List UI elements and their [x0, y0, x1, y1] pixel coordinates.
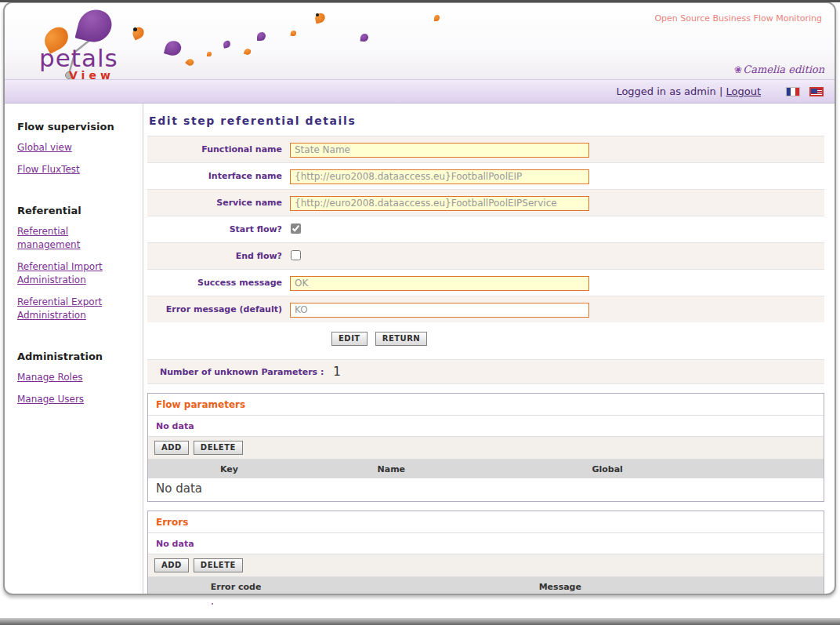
form-row-success-message: Success message	[147, 269, 824, 296]
header: petals View Open Source Business Flow Mo…	[5, 3, 835, 79]
window-bottom-edge	[0, 618, 840, 625]
sidebar-heading-administration: Administration	[17, 351, 143, 362]
flow-parameters-delete-button[interactable]: DELETE	[194, 441, 243, 455]
sidebar-item-flow-fluxtest[interactable]: Flow FluxTest	[17, 163, 130, 176]
petals-view-logo: petals View	[34, 6, 152, 79]
errors-delete-button[interactable]: DELETE	[194, 558, 243, 572]
form-row-end-flow: End flow?	[147, 242, 824, 269]
petal-decoration-icon	[207, 52, 212, 56]
sidebar-item-referential-management[interactable]: Referential management	[17, 225, 130, 252]
petal-decoration-icon	[244, 48, 252, 56]
sidebar-item-referential-import[interactable]: Referential Import Administration	[17, 260, 130, 287]
functional-name-label: Functional name	[147, 144, 290, 154]
edition-label: ❀Camelia edition	[734, 64, 824, 75]
errors-section: Errors No data ADD DELETE Error code Mes…	[147, 511, 824, 595]
column-header-name: Name	[310, 464, 472, 474]
flow-parameters-buttons: ADD DELETE	[148, 437, 824, 460]
error-message-input[interactable]	[290, 303, 589, 318]
form-buttons: EDIT RETURN	[147, 322, 824, 355]
service-name-label: Service name	[147, 198, 290, 208]
edit-button[interactable]: EDIT	[331, 332, 368, 346]
success-message-input[interactable]	[290, 276, 589, 291]
unknown-parameters-label: Number of unknown Parameters :	[147, 367, 324, 377]
errors-table-header: Error code Message	[148, 577, 824, 595]
success-message-label: Success message	[147, 278, 290, 288]
errors-buttons: ADD DELETE	[148, 554, 824, 577]
form-row-start-flow: Start flow?	[147, 216, 824, 242]
petal-decoration-icon	[185, 57, 195, 67]
sidebar-heading-flow-supervision: Flow supervision	[17, 121, 143, 133]
petal-decoration-icon	[360, 34, 369, 42]
logo-brand-text: petals	[39, 44, 118, 72]
petal-decoration-icon	[290, 30, 296, 36]
flow-parameters-nodata: No data	[148, 416, 824, 437]
form-row-error-message: Error message (default)	[147, 296, 824, 322]
error-message-label: Error message (default)	[147, 304, 290, 314]
flow-parameters-title: Flow parameters	[148, 394, 824, 416]
page-title: Edit step referential details	[149, 114, 824, 127]
interface-name-input[interactable]	[290, 169, 589, 184]
petal-dot-icon	[133, 27, 137, 31]
service-name-input[interactable]	[290, 196, 589, 211]
return-button[interactable]: RETURN	[375, 332, 428, 346]
errors-nodata: No data	[148, 533, 824, 554]
app-tagline: Open Source Business Flow Monitoring	[654, 13, 822, 24]
unknown-parameters-row: Number of unknown Parameters : 1	[147, 359, 824, 384]
flow-parameters-add-button[interactable]: ADD	[154, 441, 189, 455]
form-row-functional-name: Functional name	[147, 136, 824, 162]
window-top-edge	[0, 0, 840, 2]
camelia-flower-icon: ❀	[734, 64, 742, 75]
sidebar-heading-referential: Referential	[17, 205, 143, 216]
stray-dot	[212, 603, 213, 605]
sidebar-item-global-view[interactable]: Global view	[17, 141, 130, 154]
form-row-interface-name: Interface name	[147, 162, 824, 189]
column-header-key: Key	[148, 464, 310, 474]
sidebar: Flow supervision Global view Flow FluxTe…	[5, 104, 143, 594]
sidebar-item-manage-roles[interactable]: Manage Roles	[17, 371, 130, 384]
column-header-message: Message	[324, 582, 796, 592]
flow-parameters-empty-row: No data	[148, 478, 824, 501]
login-bar: Logged in as admin | Logout	[5, 79, 835, 104]
end-flow-label: End flow?	[147, 251, 290, 261]
functional-name-input[interactable]	[290, 143, 589, 158]
unknown-parameters-value: 1	[333, 365, 341, 379]
flow-parameters-section: Flow parameters No data ADD DELETE Key N…	[147, 393, 824, 502]
petal-decoration-icon	[434, 15, 440, 21]
sidebar-item-referential-export[interactable]: Referential Export Administration	[17, 296, 130, 322]
interface-name-label: Interface name	[147, 171, 290, 181]
end-flow-checkbox[interactable]	[291, 250, 301, 260]
column-header-error-code: Error code	[148, 582, 324, 592]
login-status: Logged in as admin | Logout	[616, 85, 761, 97]
start-flow-checkbox[interactable]	[291, 223, 301, 234]
errors-title: Errors	[148, 511, 824, 533]
us-flag-icon[interactable]	[809, 87, 824, 96]
logout-link[interactable]: Logout	[726, 85, 761, 97]
sidebar-item-manage-users[interactable]: Manage Users	[17, 393, 130, 406]
petal-decoration-icon	[257, 32, 266, 41]
logo-sub-text: View	[69, 69, 114, 82]
main-content: Edit step referential details Functional…	[143, 104, 835, 594]
app-window: petals View Open Source Business Flow Mo…	[3, 2, 836, 595]
form-row-service-name: Service name	[147, 189, 824, 216]
petal-dot-icon	[316, 13, 319, 16]
column-header-global: Global	[472, 464, 743, 474]
french-flag-icon[interactable]	[786, 87, 800, 96]
errors-add-button[interactable]: ADD	[154, 558, 189, 572]
petal-decoration-icon	[223, 40, 230, 48]
petal-decoration-icon	[164, 39, 183, 58]
flow-parameters-table-header: Key Name Global	[148, 460, 824, 478]
start-flow-label: Start flow?	[147, 224, 290, 234]
